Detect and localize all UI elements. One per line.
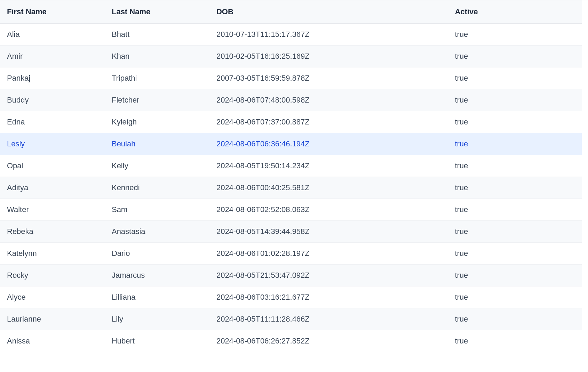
cell-first-name: Alia — [0, 24, 105, 46]
table-row[interactable]: AnissaHubert2024-08-06T06:26:27.852Ztrue — [0, 330, 582, 352]
cell-last-name: Bhatt — [105, 24, 209, 46]
cell-dob: 2024-08-06T00:40:25.581Z — [209, 177, 448, 199]
table-row[interactable]: AlyceLilliana2024-08-06T03:16:21.677Ztru… — [0, 286, 582, 308]
cell-active: true — [448, 243, 582, 265]
table-row[interactable]: AdityaKennedi2024-08-06T00:40:25.581Ztru… — [0, 177, 582, 199]
cell-active: true — [448, 308, 582, 330]
cell-active: true — [448, 89, 582, 111]
table-row[interactable]: WalterSam2024-08-06T02:52:08.063Ztrue — [0, 199, 582, 221]
table-header: First Name Last Name DOB Active — [0, 0, 582, 24]
cell-last-name: Kelly — [105, 155, 209, 177]
data-table-container[interactable]: First Name Last Name DOB Active AliaBhat… — [0, 0, 588, 372]
table-row[interactable]: AliaBhatt2010-07-13T11:15:17.367Ztrue — [0, 24, 582, 46]
cell-first-name: Edna — [0, 111, 105, 133]
cell-first-name: Rocky — [0, 265, 105, 286]
cell-last-name: Hubert — [105, 330, 209, 352]
cell-active: true — [448, 221, 582, 243]
cell-dob: 2024-08-05T11:11:28.466Z — [209, 308, 448, 330]
column-header-dob[interactable]: DOB — [209, 0, 448, 24]
column-header-first-name[interactable]: First Name — [0, 0, 105, 24]
cell-last-name: Lily — [105, 308, 209, 330]
cell-first-name: Opal — [0, 155, 105, 177]
cell-first-name: Anissa — [0, 330, 105, 352]
cell-last-name: Khan — [105, 46, 209, 67]
table-row[interactable]: EdnaKyleigh2024-08-06T07:37:00.887Ztrue — [0, 111, 582, 133]
cell-active: true — [448, 177, 582, 199]
cell-active: true — [448, 265, 582, 286]
table-row[interactable]: OpalKelly2024-08-05T19:50:14.234Ztrue — [0, 155, 582, 177]
cell-last-name: Anastasia — [105, 221, 209, 243]
cell-last-name: Kyleigh — [105, 111, 209, 133]
cell-active: true — [448, 155, 582, 177]
table-row[interactable]: KatelynnDario2024-08-06T01:02:28.197Ztru… — [0, 243, 582, 265]
cell-last-name: Jamarcus — [105, 265, 209, 286]
cell-first-name: Buddy — [0, 89, 105, 111]
column-header-active[interactable]: Active — [448, 0, 582, 24]
table-row[interactable]: LeslyBeulah2024-08-06T06:36:46.194Ztrue — [0, 133, 582, 155]
cell-dob: 2024-08-06T01:02:28.197Z — [209, 243, 448, 265]
table-row[interactable]: BuddyFletcher2024-08-06T07:48:00.598Ztru… — [0, 89, 582, 111]
column-header-last-name[interactable]: Last Name — [105, 0, 209, 24]
cell-dob: 2024-08-06T06:26:27.852Z — [209, 330, 448, 352]
cell-active: true — [448, 46, 582, 67]
cell-last-name: Dario — [105, 243, 209, 265]
cell-last-name: Kennedi — [105, 177, 209, 199]
cell-dob: 2024-08-06T07:37:00.887Z — [209, 111, 448, 133]
cell-last-name: Fletcher — [105, 89, 209, 111]
cell-first-name: Laurianne — [0, 308, 105, 330]
cell-dob: 2024-08-05T21:53:47.092Z — [209, 265, 448, 286]
cell-first-name: Aditya — [0, 177, 105, 199]
cell-active: true — [448, 111, 582, 133]
table-row[interactable]: RebekaAnastasia2024-08-05T14:39:44.958Zt… — [0, 221, 582, 243]
cell-first-name: Lesly — [0, 133, 105, 155]
cell-dob: 2024-08-06T06:36:46.194Z — [209, 133, 448, 155]
cell-active: true — [448, 286, 582, 308]
cell-dob: 2024-08-05T14:39:44.958Z — [209, 221, 448, 243]
data-table: First Name Last Name DOB Active AliaBhat… — [0, 0, 582, 352]
cell-active: true — [448, 67, 582, 89]
cell-active: true — [448, 24, 582, 46]
cell-first-name: Pankaj — [0, 67, 105, 89]
cell-last-name: Tripathi — [105, 67, 209, 89]
cell-dob: 2007-03-05T16:59:59.878Z — [209, 67, 448, 89]
cell-first-name: Alyce — [0, 286, 105, 308]
cell-active: true — [448, 133, 582, 155]
cell-active: true — [448, 330, 582, 352]
cell-dob: 2010-02-05T16:16:25.169Z — [209, 46, 448, 67]
cell-dob: 2024-08-06T03:16:21.677Z — [209, 286, 448, 308]
cell-first-name: Katelynn — [0, 243, 105, 265]
table-body: AliaBhatt2010-07-13T11:15:17.367ZtrueAmi… — [0, 24, 582, 352]
cell-last-name: Beulah — [105, 133, 209, 155]
cell-dob: 2024-08-05T19:50:14.234Z — [209, 155, 448, 177]
table-row[interactable]: PankajTripathi2007-03-05T16:59:59.878Ztr… — [0, 67, 582, 89]
cell-first-name: Walter — [0, 199, 105, 221]
table-row[interactable]: LaurianneLily2024-08-05T11:11:28.466Ztru… — [0, 308, 582, 330]
cell-first-name: Amir — [0, 46, 105, 67]
cell-active: true — [448, 199, 582, 221]
table-row[interactable]: AmirKhan2010-02-05T16:16:25.169Ztrue — [0, 46, 582, 67]
cell-dob: 2024-08-06T07:48:00.598Z — [209, 89, 448, 111]
table-row[interactable]: RockyJamarcus2024-08-05T21:53:47.092Ztru… — [0, 265, 582, 286]
cell-first-name: Rebeka — [0, 221, 105, 243]
table-header-row: First Name Last Name DOB Active — [0, 0, 582, 24]
cell-last-name: Sam — [105, 199, 209, 221]
cell-dob: 2024-08-06T02:52:08.063Z — [209, 199, 448, 221]
cell-dob: 2010-07-13T11:15:17.367Z — [209, 24, 448, 46]
cell-last-name: Lilliana — [105, 286, 209, 308]
